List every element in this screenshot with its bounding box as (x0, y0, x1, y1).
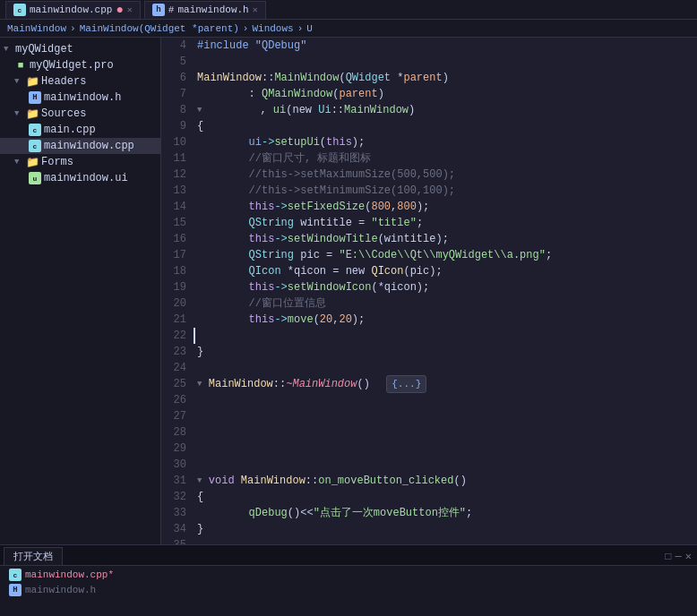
token-kw2: QIcon (249, 263, 281, 279)
fold-arrow-icon[interactable]: ▼ (197, 473, 207, 489)
line-number: 30 (165, 457, 186, 473)
token-punc: ( (365, 199, 371, 215)
panel-icon-2[interactable]: — (675, 551, 682, 563)
token-num: 800 (371, 199, 391, 215)
sidebar-item-main-cpp[interactable]: c main.cpp (0, 122, 160, 138)
token-num: 20 (320, 312, 332, 328)
line-number: 26 (165, 392, 186, 408)
code-line: qDebug()<<"点击了一次moveButton控件"; (194, 505, 697, 521)
token-punc: ; (417, 215, 423, 231)
token-arrow: -> (274, 279, 287, 295)
line-number: 21 (165, 312, 186, 328)
token-punc: ) (378, 86, 384, 102)
token-punc: ; (466, 505, 472, 521)
main-layout: myQWidget ■ myQWidget.pro 📁 Headers H ma… (0, 38, 697, 544)
token-punc (197, 247, 249, 263)
bottom-file-item-h[interactable]: H mainwindow.h (7, 583, 690, 597)
token-kw2: QString (249, 247, 294, 263)
line-number: 28 (165, 424, 186, 441)
code-line: QString pic = "E:\\Code\\Qt\\myQWidget\\… (194, 247, 697, 263)
fold-arrow-icon[interactable]: ▼ (197, 102, 207, 118)
token-punc: ( (332, 86, 339, 102)
token-cls: MainWindow (209, 376, 273, 392)
token-punc: :: (331, 102, 344, 118)
line-number: 6 (165, 70, 186, 86)
token-punc: ); (417, 199, 429, 215)
bottom-tab-open-docs[interactable]: 打开文档 (4, 547, 63, 565)
code-line: //this->setMinimumSize(100,100); (194, 183, 697, 199)
breadcrumb-u[interactable]: U (306, 23, 313, 34)
close-icon[interactable]: ✕ (127, 4, 133, 15)
line-number: 7 (165, 86, 186, 102)
token-kw: this (326, 134, 352, 150)
sidebar-item-mainwindow-h[interactable]: H mainwindow.h (0, 90, 160, 106)
bottom-file-item-cpp[interactable]: c mainwindow.cpp* (7, 568, 690, 582)
token-fn: ui (249, 134, 262, 150)
tab-mainwindow-h[interactable]: h # mainwindow.h ✕ (144, 1, 266, 19)
code-line: QString wintitle = "title"; (194, 215, 697, 231)
sidebar-item-pro[interactable]: ■ myQWidget.pro (0, 57, 160, 73)
tab-label-h: # (168, 4, 175, 15)
code-line (194, 441, 697, 457)
code-line (194, 537, 697, 544)
token-punc (197, 312, 249, 328)
token-arrow: -> (262, 134, 274, 150)
token-punc (197, 134, 249, 150)
token-cls: MainWindow (241, 473, 305, 489)
chevron-down-icon (4, 45, 13, 54)
breadcrumb-mainwindow[interactable]: MainWindow (7, 23, 66, 34)
code-line (194, 457, 697, 473)
token-kw: this (249, 231, 275, 247)
token-punc: (new (286, 102, 318, 118)
token-cmt: //this->setMaximumSize(500,500); (197, 167, 455, 183)
line-number: 20 (165, 295, 186, 312)
sources-label: Sources (41, 107, 86, 120)
token-fn2: MainWindow (274, 70, 339, 86)
code-line: ui->setupUi(this); (194, 134, 697, 150)
code-lines[interactable]: #include "QDebug"MainWindow::MainWindow(… (194, 38, 697, 544)
token-punc (197, 215, 249, 231)
panel-icon-1[interactable]: □ (665, 551, 671, 563)
token-dstr: "点击了一次moveButton控件" (314, 505, 466, 521)
cpp-file-icon: c (29, 124, 41, 136)
close-icon-h[interactable]: ✕ (253, 4, 258, 15)
token-fn2: setFixedSize (288, 199, 365, 215)
panel-icon-3[interactable]: ✕ (685, 550, 692, 563)
sidebar-item-mainwindow-cpp[interactable]: c mainwindow.cpp (0, 138, 160, 154)
line-number: 12 (165, 167, 186, 183)
breadcrumb-constructor[interactable]: MainWindow(QWidget *parent) (80, 23, 239, 34)
cpp-bottom-icon: c (9, 569, 22, 581)
token-kw2: QString (249, 215, 294, 231)
tab-mainwindow-cpp[interactable]: c mainwindow.cpp ● ✕ (5, 1, 141, 19)
tab-name-h: mainwindow.h (177, 4, 248, 15)
token-punc: ( (320, 134, 326, 150)
ui-file-icon: u (29, 172, 41, 184)
mainwindow-ui-label: mainwindow.ui (44, 172, 128, 184)
line-number: 9 (165, 118, 186, 134)
code-line: { (194, 489, 697, 505)
cpp-file-icon-2: c (29, 140, 41, 152)
line-numbers: 4567891011121314151617181920212223242526… (161, 38, 194, 544)
line-number: 15 (165, 215, 186, 231)
sidebar-item-root[interactable]: myQWidget (0, 41, 160, 57)
code-line: //this->setMaximumSize(500,500); (194, 167, 697, 183)
sidebar-item-forms[interactable]: 📁 Forms (0, 154, 160, 170)
line-number: 35 (165, 537, 186, 544)
bottom-file-h-label: mainwindow.h (25, 585, 96, 595)
editor-area[interactable]: 4567891011121314151617181920212223242526… (161, 38, 697, 544)
folded-indicator[interactable]: {...} (386, 375, 426, 393)
chevron-forms-icon (14, 158, 23, 167)
sidebar-item-mainwindow-ui[interactable]: u mainwindow.ui (0, 170, 160, 186)
token-fn2: move (288, 312, 314, 328)
token-punc: :: (305, 473, 318, 489)
line-number: 13 (165, 183, 186, 199)
line-number: 16 (165, 231, 186, 247)
sidebar-item-headers[interactable]: 📁 Headers (0, 73, 160, 90)
breadcrumb-windows[interactable]: Windows (252, 23, 293, 34)
token-arg: parent (339, 86, 377, 102)
chevron-sources-icon (14, 109, 23, 118)
code-line: this->move(20,20); (194, 312, 697, 328)
fold-arrow-icon[interactable]: ▼ (197, 376, 207, 392)
token-arg: parent (403, 70, 442, 86)
sidebar-item-sources[interactable]: 📁 Sources (0, 106, 160, 122)
